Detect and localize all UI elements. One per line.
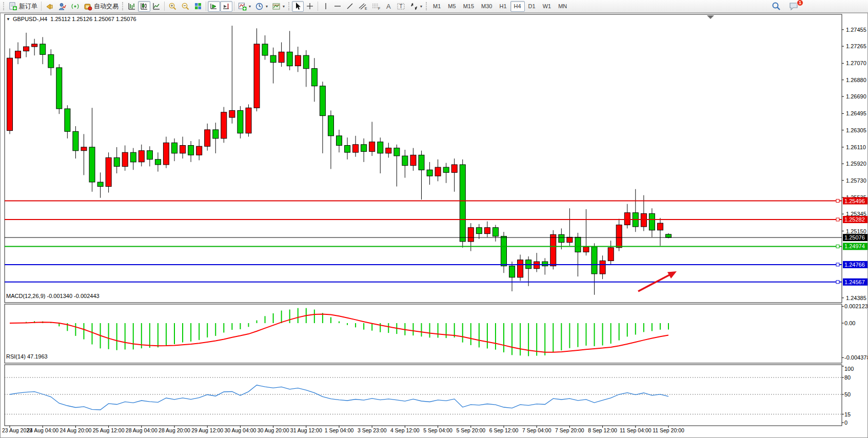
toolbar-grip[interactable] xyxy=(122,2,124,10)
arrows-objects-button[interactable]: ▾ xyxy=(407,1,424,12)
line-handle[interactable] xyxy=(836,263,839,266)
timeframe-d1[interactable]: D1 xyxy=(525,1,539,12)
text-label-button[interactable]: T xyxy=(394,1,407,12)
chat-button[interactable]: 1 xyxy=(787,1,801,12)
timeframe-toolbar: M1M5M15M30H1H4D1W1MN xyxy=(429,1,570,12)
svg-text:-0.004378: -0.004378 xyxy=(844,354,867,361)
tile-windows-button[interactable] xyxy=(192,1,204,12)
search-button[interactable] xyxy=(770,1,783,12)
svg-text:50: 50 xyxy=(844,391,851,397)
timeframe-h1[interactable]: H1 xyxy=(496,1,510,12)
svg-text:100: 100 xyxy=(844,366,854,372)
dropdown-caret: ▾ xyxy=(283,4,285,9)
tile-windows-icon xyxy=(194,2,202,10)
autotrading-icon xyxy=(84,2,92,11)
svg-text:1.24974: 1.24974 xyxy=(844,243,865,249)
zoom-out-icon xyxy=(181,2,190,11)
equidistant-channel-button[interactable]: E xyxy=(356,1,369,12)
timeframe-m5[interactable]: M5 xyxy=(444,1,459,12)
svg-text:1.25150: 1.25150 xyxy=(846,228,866,234)
timeframe-m30[interactable]: M30 xyxy=(478,1,496,12)
svg-text:1.24567: 1.24567 xyxy=(844,279,865,285)
separator xyxy=(318,2,318,11)
horn-icon xyxy=(45,2,54,11)
svg-text:T: T xyxy=(400,4,403,9)
cursor-button[interactable] xyxy=(292,1,304,12)
bar-chart-button[interactable] xyxy=(126,1,138,12)
svg-text:F: F xyxy=(378,7,380,10)
template-icon xyxy=(272,2,281,11)
line-handle[interactable] xyxy=(836,200,839,203)
price-axis[interactable]: 1.274551.272651.270701.268801.266901.264… xyxy=(842,27,867,301)
dropdown-caret: ▾ xyxy=(420,4,422,9)
crosshair-button[interactable] xyxy=(304,1,316,12)
svg-text:E: E xyxy=(365,7,367,10)
promo-horn-button[interactable] xyxy=(43,1,56,12)
svg-text:8 Sep 12:00: 8 Sep 12:00 xyxy=(588,427,617,433)
svg-text:24 Aug 20:00: 24 Aug 20:00 xyxy=(60,427,91,433)
toolbar-grip[interactable] xyxy=(426,2,428,10)
fibonacci-button[interactable]: F xyxy=(369,1,383,12)
autotrading-button[interactable]: 自动交易 xyxy=(82,1,121,12)
client-analytics-button[interactable] xyxy=(56,1,69,12)
svg-text:1 Sep 04:00: 1 Sep 04:00 xyxy=(325,427,354,433)
signal-radar-icon xyxy=(71,2,80,11)
line-handle[interactable] xyxy=(836,245,839,248)
fibonacci-icon: F xyxy=(371,2,381,10)
toolbar-grip[interactable] xyxy=(288,2,290,10)
svg-text:25 Aug 12:00: 25 Aug 12:00 xyxy=(93,427,125,433)
svg-text:1.25920: 1.25920 xyxy=(846,161,866,167)
zoom-in-button[interactable] xyxy=(166,1,179,12)
text-button[interactable]: A xyxy=(383,1,394,12)
bar-chart-icon xyxy=(128,2,136,10)
horizontal-line-button[interactable] xyxy=(331,1,344,12)
svg-text:30 Aug 04:00: 30 Aug 04:00 xyxy=(224,427,256,433)
auto-scroll-button[interactable] xyxy=(208,1,220,12)
line-handle[interactable] xyxy=(836,218,839,221)
svg-text:1.27070: 1.27070 xyxy=(846,60,866,66)
svg-text:5 Sep 20:00: 5 Sep 20:00 xyxy=(456,427,485,433)
timeframe-w1[interactable]: W1 xyxy=(539,1,555,12)
signals-button[interactable] xyxy=(69,1,82,12)
macd-pane[interactable] xyxy=(5,304,842,363)
toolbar-grip[interactable] xyxy=(3,2,5,10)
auto-scroll-icon xyxy=(210,2,218,10)
new-order-label: 新订单 xyxy=(19,2,37,11)
svg-text:1.27455: 1.27455 xyxy=(846,27,866,33)
dropdown-caret: ▾ xyxy=(266,4,268,9)
new-order-button[interactable]: 新订单 xyxy=(7,1,40,12)
rsi-pane[interactable] xyxy=(5,365,842,426)
templates-button[interactable]: ▾ xyxy=(270,1,287,12)
svg-text:3 Sep 23:00: 3 Sep 23:00 xyxy=(358,427,387,433)
timeframe-h4[interactable]: H4 xyxy=(510,1,525,12)
svg-text:1.25282: 1.25282 xyxy=(844,216,865,223)
trendline-icon xyxy=(346,2,354,10)
indicators-button[interactable]: ▾ xyxy=(236,1,253,12)
macd-indicator-label: MACD(12,26,9) -0.001340 -0.002443 xyxy=(6,293,100,299)
periods-button[interactable]: ▾ xyxy=(253,1,270,12)
svg-text:11 Sep 20:00: 11 Sep 20:00 xyxy=(653,427,684,433)
svg-text:5 Sep 04:00: 5 Sep 04:00 xyxy=(423,427,452,433)
line-chart-button[interactable] xyxy=(150,1,163,12)
zoom-out-button[interactable] xyxy=(179,1,192,12)
separator xyxy=(41,2,42,11)
vertical-line-button[interactable] xyxy=(320,1,331,12)
trendline-button[interactable] xyxy=(344,1,356,12)
line-handle[interactable] xyxy=(836,281,839,284)
svg-text:A: A xyxy=(386,3,391,10)
svg-text:0.00: 0.00 xyxy=(844,320,855,326)
time-axis[interactable]: 23 Aug 202324 Aug 04:0024 Aug 20:0025 Au… xyxy=(2,426,684,433)
chart-shift-button[interactable] xyxy=(220,1,232,12)
one-click-trading-collapse-button[interactable]: ▼ xyxy=(6,17,10,22)
svg-text:1.26690: 1.26690 xyxy=(846,93,866,99)
candlestick-chart-button[interactable] xyxy=(138,1,150,12)
svg-text:1.25496: 1.25496 xyxy=(844,198,865,204)
indicator-axis[interactable]: 0.0021230.00-0.0043781008050150 xyxy=(842,303,867,426)
svg-text:28 Aug 20:00: 28 Aug 20:00 xyxy=(159,427,190,433)
line-chart-icon xyxy=(152,2,161,10)
timeframe-mn[interactable]: MN xyxy=(555,1,570,12)
chart-canvas[interactable]: 1.274551.272651.270701.268801.266901.264… xyxy=(1,13,867,437)
svg-text:1.26110: 1.26110 xyxy=(846,144,866,150)
timeframe-m1[interactable]: M1 xyxy=(429,1,444,12)
timeframe-m15[interactable]: M15 xyxy=(460,1,478,12)
